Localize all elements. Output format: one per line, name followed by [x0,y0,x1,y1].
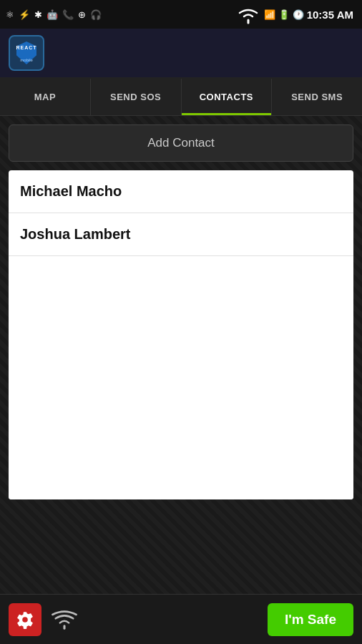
logo-react-text: REACT [16,45,36,50]
status-bar: ⚛ ⚡ ✱ 🤖 📞 ⊕ 🎧 📶 🔋 🕐 10:35 AM [0,0,362,29]
app-logo: REACT mobile [9,35,44,71]
bluetooth-icon: ✱ [34,9,42,20]
gps-icon: ⊕ [78,9,86,20]
usb-icon: ⚡ [19,9,30,20]
wifi-icon [52,610,77,630]
bottom-left-icons [9,603,77,636]
clock-icon: 🕐 [293,9,304,20]
nav-tabs: MAP SEND SOS CONTACTS SEND SMS [0,79,362,116]
settings-button[interactable] [9,603,41,636]
tab-send-sms[interactable]: SEND SMS [272,79,362,115]
status-time: 10:35 AM [307,9,353,21]
im-safe-button[interactable]: I'm Safe [268,603,353,636]
android-icon: 🤖 [47,9,58,20]
tab-map[interactable]: MAP [0,79,91,115]
status-icons-right: 📶 🔋 🕐 10:35 AM [235,4,356,24]
tab-contacts[interactable]: CONTACTS [182,79,273,115]
phone-icon: 📞 [62,9,74,20]
wifi-button[interactable] [52,610,77,630]
bottom-bar: I'm Safe [0,594,362,644]
contacts-list: Michael Macho Joshua Lambert [9,170,353,499]
main-content: Add Contact Michael Macho Joshua Lambert [0,116,362,594]
add-contact-button[interactable]: Add Contact [9,125,353,162]
status-icons-left: ⚛ ⚡ ✱ 🤖 📞 ⊕ 🎧 [6,9,102,20]
app-icon: ⚛ [6,9,14,20]
app-header: REACT mobile [0,29,362,79]
contact-empty-area [9,256,353,499]
contact-item[interactable]: Joshua Lambert [9,213,353,256]
wifi-status-icon [235,4,261,24]
logo-mobile-text: mobile [20,58,33,62]
signal-icon: 📶 [264,9,275,20]
gear-icon [16,610,34,629]
battery-icon: 🔋 [278,9,290,20]
tab-send-sos[interactable]: SEND SOS [91,79,182,115]
headset-icon: 🎧 [90,9,102,20]
contact-item[interactable]: Michael Macho [9,170,353,213]
